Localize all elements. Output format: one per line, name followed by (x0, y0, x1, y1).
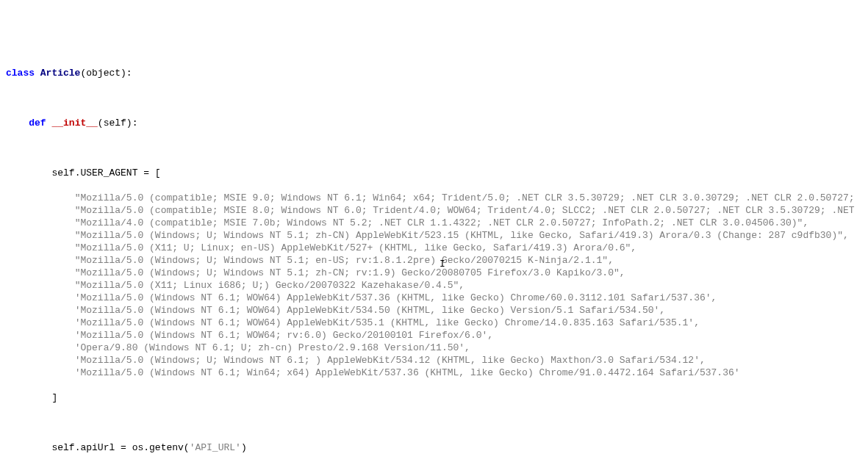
code-line: 'Mozilla/5.0 (Windows NT 6.1; WOW64) App… (0, 292, 868, 304)
code-line (0, 92, 868, 104)
code-editor[interactable]: class Article(object): def __init__(self… (0, 54, 868, 462)
code-line: 'Opera/9.80 (Windows NT 6.1; U; zh-cn) P… (0, 342, 868, 354)
code-line (0, 142, 868, 154)
code-line: "Mozilla/5.0 (Windows; U; Windows NT 5.1… (0, 254, 868, 267)
code-line: class Article(object): (0, 67, 868, 79)
code-line: 'Mozilla/5.0 (Windows NT 6.1; WOW64; rv:… (0, 329, 868, 342)
code-line: "Mozilla/4.0 (compatible; MSIE 7.0b; Win… (0, 217, 868, 229)
code-line: "Mozilla/5.0 (compatible; MSIE 8.0; Wind… (0, 204, 868, 217)
code-line (0, 416, 868, 429)
code-line: 'Mozilla/5.0 (Windows; U; Windows NT 6.1… (0, 354, 868, 367)
code-line: "Mozilla/5.0 (X11; U; Linux; en-US) Appl… (0, 242, 868, 254)
code-line: "Mozilla/5.0 (Windows; U; Windows NT 5.1… (0, 267, 868, 279)
code-line: "Mozilla/5.0 (Windows; U; Windows NT 5.1… (0, 229, 868, 242)
code-line: 'Mozilla/5.0 (Windows NT 6.1; WOW64) App… (0, 304, 868, 317)
code-line: self.USER_AGENT = [ (0, 167, 868, 179)
code-line: 'Mozilla/5.0 (Windows NT 6.1; Win64; x64… (0, 367, 868, 379)
code-line: 'Mozilla/5.0 (Windows NT 6.1; WOW64) App… (0, 317, 868, 329)
code-line: "Mozilla/5.0 (X11; Linux i686; U;) Gecko… (0, 279, 868, 292)
code-line: def __init__(self): (0, 117, 868, 129)
code-line: "Mozilla/5.0 (compatible; MSIE 9.0; Wind… (0, 192, 868, 204)
code-line: self.apiUrl = os.getenv('API_URL') (0, 441, 868, 454)
code-line: ] (0, 391, 868, 404)
